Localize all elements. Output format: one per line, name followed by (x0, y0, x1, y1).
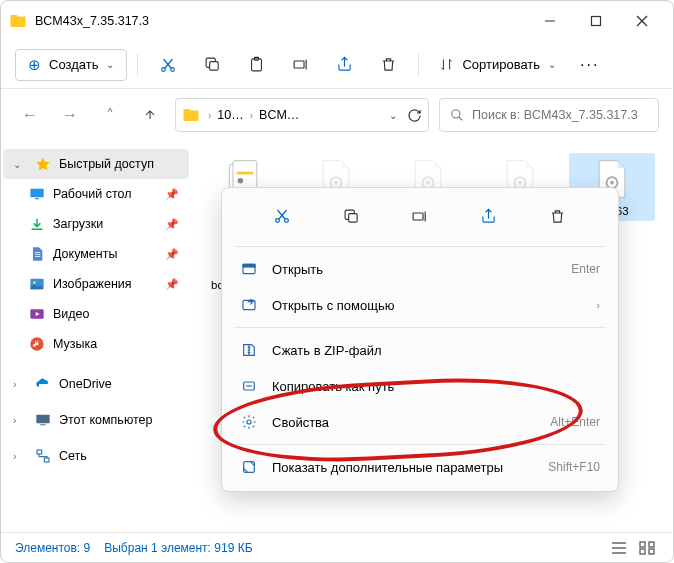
crumb-1[interactable]: 10… (217, 108, 243, 122)
svg-rect-11 (30, 189, 43, 198)
ctx-compress-zip[interactable]: Сжать в ZIP-файл (228, 332, 612, 368)
sidebar-label: Видео (53, 307, 90, 321)
open-with-icon (240, 296, 258, 314)
search-box[interactable] (439, 98, 659, 132)
svg-point-14 (33, 281, 36, 284)
ctx-shortcut: Enter (571, 262, 600, 276)
close-button[interactable] (619, 5, 665, 37)
up-button[interactable]: ˄ (95, 100, 125, 130)
refresh-button[interactable] (407, 108, 422, 123)
svg-point-26 (334, 181, 338, 185)
sidebar-item-video[interactable]: Видео (3, 299, 189, 329)
separator (234, 444, 606, 445)
ctx-share-button[interactable] (473, 200, 505, 232)
svg-rect-23 (237, 172, 254, 175)
new-button-label: Создать (49, 57, 98, 72)
music-icon (29, 336, 45, 352)
chevron-down-icon: ⌄ (106, 59, 114, 70)
chevron-right-icon: › (13, 379, 27, 390)
chevron-down-icon[interactable]: ⌄ (389, 110, 397, 121)
crumb-2[interactable]: BCM… (259, 108, 299, 122)
svg-rect-17 (36, 415, 49, 424)
desktop-icon (29, 186, 45, 202)
ctx-rename-button[interactable] (404, 200, 436, 232)
paste-button[interactable] (236, 48, 276, 82)
ctx-open[interactable]: Открыть Enter (228, 251, 612, 287)
svg-rect-40 (649, 542, 654, 547)
copy-button[interactable] (192, 48, 232, 82)
chevron-right-icon: › (596, 299, 600, 311)
svg-point-5 (171, 67, 175, 71)
forward-button[interactable]: → (55, 100, 85, 130)
ctx-open-with[interactable]: Открыть с помощью › (228, 287, 612, 323)
delete-button[interactable] (368, 48, 408, 82)
network-icon (35, 448, 51, 464)
breadcrumb[interactable]: › 10… › BCM… (206, 108, 299, 122)
svg-rect-42 (649, 549, 654, 554)
ctx-copy-path[interactable]: Копировать как путь (228, 368, 612, 404)
sidebar-item-pictures[interactable]: Изображения 📌 (3, 269, 189, 299)
svg-point-10 (452, 110, 460, 118)
svg-rect-12 (35, 198, 39, 199)
pc-icon (35, 412, 51, 428)
sidebar-item-quick-access[interactable]: ⌄ Быстрый доступ (3, 149, 189, 179)
sort-icon (439, 57, 454, 72)
pin-icon: 📌 (165, 218, 179, 231)
sidebar-item-onedrive[interactable]: › OneDrive (3, 369, 189, 399)
sidebar-item-desktop[interactable]: Рабочий стол 📌 (3, 179, 189, 209)
svg-point-24 (238, 178, 244, 184)
back-button[interactable]: ← (15, 100, 45, 130)
separator (137, 54, 138, 76)
sidebar-label: Загрузки (53, 217, 103, 231)
address-bar[interactable]: › 10… › BCM… ⌄ (175, 98, 429, 132)
ctx-label: Показать дополнительные параметры (272, 460, 534, 475)
maximize-button[interactable] (573, 5, 619, 37)
titlebar: BCM43x_7.35.317.3 (1, 1, 673, 41)
sidebar-item-thispc[interactable]: › Этот компьютер (3, 405, 189, 435)
ctx-copy-button[interactable] (335, 200, 367, 232)
status-item-count: Элементов: 9 (15, 541, 90, 555)
new-button[interactable]: ⊕ Создать ⌄ (15, 49, 127, 81)
plus-icon: ⊕ (28, 56, 41, 74)
sidebar-label: Музыка (53, 337, 97, 351)
svg-rect-22 (233, 161, 257, 190)
sidebar-item-downloads[interactable]: Загрузки 📌 (3, 209, 189, 239)
ctx-shortcut: Alt+Enter (550, 415, 600, 429)
rename-button[interactable] (280, 48, 320, 82)
ctx-label: Открыть с помощью (272, 298, 582, 313)
up-button[interactable] (135, 100, 165, 130)
sidebar-label: Рабочий стол (53, 187, 131, 201)
sidebar-item-documents[interactable]: Документы 📌 (3, 239, 189, 269)
svg-rect-39 (640, 542, 645, 547)
chevron-right-icon: › (250, 110, 253, 121)
properties-icon (240, 413, 258, 431)
svg-point-4 (162, 67, 166, 71)
sidebar-label: Изображения (53, 277, 132, 291)
sidebar-label: Сеть (59, 449, 87, 463)
sidebar-item-network[interactable]: › Сеть (3, 441, 189, 471)
minimize-button[interactable] (527, 5, 573, 37)
sort-button[interactable]: Сортировать ⌄ (429, 51, 566, 78)
ctx-label: Копировать как путь (272, 379, 600, 394)
ctx-delete-button[interactable] (542, 200, 574, 232)
ctx-show-more[interactable]: Показать дополнительные параметры Shift+… (228, 449, 612, 485)
ctx-shortcut: Shift+F10 (548, 460, 600, 474)
svg-line-2 (637, 16, 647, 26)
ctx-cut-button[interactable] (266, 200, 298, 232)
share-button[interactable] (324, 48, 364, 82)
separator (418, 54, 419, 76)
view-icons-button[interactable] (635, 538, 659, 558)
more-button[interactable]: ··· (570, 56, 609, 74)
sidebar-item-music[interactable]: Музыка (3, 329, 189, 359)
chevron-right-icon: › (13, 415, 27, 426)
svg-point-43 (276, 219, 280, 223)
ctx-properties[interactable]: Свойства Alt+Enter (228, 404, 612, 440)
address-row: ← → ˄ › 10… › BCM… ⌄ (1, 89, 673, 141)
pin-icon: 📌 (165, 188, 179, 201)
sidebar-label: Документы (53, 247, 117, 261)
sidebar-label: OneDrive (59, 377, 112, 391)
cut-button[interactable] (148, 48, 188, 82)
svg-rect-46 (414, 212, 424, 219)
search-input[interactable] (472, 108, 648, 122)
view-details-button[interactable] (607, 538, 631, 558)
